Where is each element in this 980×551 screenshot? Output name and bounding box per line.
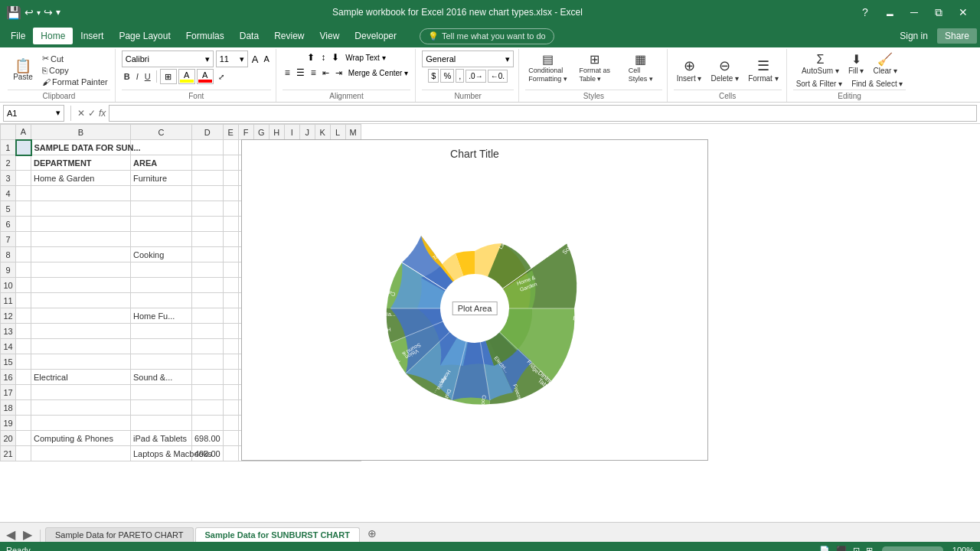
cell-17-A[interactable]	[16, 385, 31, 400]
col-header-A[interactable]: A	[16, 125, 31, 140]
align-bottom-button[interactable]: ⬇	[329, 51, 341, 64]
menu-formulas[interactable]: Formulas	[178, 28, 232, 44]
cell-2-D[interactable]	[192, 155, 224, 171]
font-color-button[interactable]: A	[197, 69, 214, 84]
cell-19-B[interactable]	[31, 416, 131, 431]
col-header-F[interactable]: F	[238, 125, 253, 140]
col-header-K[interactable]: K	[315, 125, 330, 140]
cell-18-E[interactable]	[223, 400, 238, 416]
page-layout-icon[interactable]: ⊡	[853, 546, 860, 552]
indent-increase-button[interactable]: ⇥	[333, 67, 345, 80]
cell-18-B[interactable]	[31, 400, 131, 416]
cell-20-A[interactable]	[16, 431, 31, 446]
menu-developer[interactable]: Developer	[347, 28, 404, 44]
cell-1-E[interactable]	[223, 140, 238, 155]
cell-21-A[interactable]	[16, 446, 31, 461]
cell-6-B[interactable]	[31, 217, 131, 232]
cell-4-E[interactable]	[223, 186, 238, 201]
page-setup-icon[interactable]: 📄	[819, 546, 830, 552]
cell-13-A[interactable]	[16, 324, 31, 339]
row-header[interactable]: 6	[1, 217, 16, 232]
cell-12-A[interactable]	[16, 308, 31, 324]
cell-8-D[interactable]	[192, 247, 224, 262]
insert-function-icon[interactable]: fx	[99, 108, 106, 119]
row-header[interactable]: 1	[1, 140, 16, 155]
cell-13-D[interactable]	[192, 324, 224, 339]
row-header[interactable]: 15	[1, 354, 16, 370]
cell-5-E[interactable]	[223, 201, 238, 217]
cell-3-C[interactable]: Furniture	[131, 171, 192, 186]
insert-button[interactable]: ⊕ Insert ▾	[674, 56, 705, 84]
number-format-selector[interactable]: General ▾	[422, 51, 514, 67]
cell-21-D[interactable]: 493.00	[192, 446, 224, 461]
cell-11-D[interactable]	[192, 293, 224, 308]
cell-11-A[interactable]	[16, 293, 31, 308]
wrap-text-button[interactable]: Wrap Text ▾	[343, 52, 387, 64]
row-header[interactable]: 8	[1, 247, 16, 262]
sheet-tab-sunburst[interactable]: Sample Data for SUNBURST CHART	[195, 527, 360, 542]
cell-12-C[interactable]: Home Fu...	[131, 308, 192, 324]
cell-10-A[interactable]	[16, 278, 31, 293]
cell-8-A[interactable]	[16, 247, 31, 262]
col-header-H[interactable]: H	[269, 125, 284, 140]
indent-decrease-button[interactable]: ⇤	[320, 67, 332, 80]
chart-area[interactable]: Sofas and Beds Dining Tables Cookw... Gl…	[250, 165, 700, 452]
comma-button[interactable]: ,	[456, 69, 464, 83]
align-middle-button[interactable]: ↕	[318, 51, 328, 64]
cell-15-E[interactable]	[223, 354, 238, 370]
align-top-button[interactable]: ⬆	[305, 51, 317, 64]
cell-16-E[interactable]	[223, 370, 238, 385]
align-left-button[interactable]: ≡	[283, 66, 292, 80]
cell-6-E[interactable]	[223, 217, 238, 232]
row-header[interactable]: 9	[1, 262, 16, 278]
row-header[interactable]: 12	[1, 308, 16, 324]
cell-10-E[interactable]	[223, 278, 238, 293]
col-header-I[interactable]: I	[284, 125, 299, 140]
cell-13-E[interactable]	[223, 324, 238, 339]
fill-button[interactable]: ⬇ Fill ▾	[845, 51, 867, 77]
row-header[interactable]: 3	[1, 171, 16, 186]
tell-me-box[interactable]: 💡 Tell me what you want to do	[420, 28, 554, 44]
cell-1-D[interactable]	[192, 140, 224, 155]
col-header-J[interactable]: J	[299, 125, 315, 140]
quick-access-toolbar[interactable]: 💾 ↩ ▾ ↪ ▾	[6, 5, 60, 20]
col-header-G[interactable]: G	[253, 125, 269, 140]
cell-19-E[interactable]	[223, 416, 238, 431]
italic-button[interactable]: I	[134, 71, 141, 82]
font-expand-icon[interactable]: ⤢	[218, 73, 224, 81]
underline-button[interactable]: U	[142, 71, 153, 82]
cell-reference-box[interactable]: A1 ▾	[3, 105, 64, 122]
cell-11-B[interactable]	[31, 293, 131, 308]
cell-1-B[interactable]: SAMPLE DATA FOR SUN...	[31, 140, 131, 155]
cell-16-C[interactable]: Sound &...	[131, 370, 192, 385]
align-right-button[interactable]: ≡	[309, 66, 318, 80]
cell-20-B[interactable]: Computing & Phones	[31, 431, 131, 446]
cell-19-A[interactable]	[16, 416, 31, 431]
cell-6-A[interactable]	[16, 217, 31, 232]
cell-5-D[interactable]	[192, 201, 224, 217]
cell-14-C[interactable]	[131, 339, 192, 354]
bold-button[interactable]: B	[122, 71, 132, 82]
merge-center-button[interactable]: Merge & Center ▾	[346, 67, 410, 79]
ribbon-collapse-button[interactable]: 🗕	[879, 2, 900, 23]
cell-15-B[interactable]	[31, 354, 131, 370]
increase-decimal-button[interactable]: .0→	[466, 70, 485, 83]
redo-icon[interactable]: ↪	[44, 6, 53, 18]
cell-14-D[interactable]	[192, 339, 224, 354]
cell-13-C[interactable]	[131, 324, 192, 339]
cell-17-C[interactable]	[131, 385, 192, 400]
conditional-formatting-button[interactable]: ▤ ConditionalFormatting ▾	[525, 51, 570, 85]
format-painter-button[interactable]: 🖌 Format Painter	[40, 77, 110, 87]
undo-arrow[interactable]: ▾	[37, 8, 41, 17]
menu-data[interactable]: Data	[232, 28, 266, 44]
add-sheet-button[interactable]: ⊕	[361, 525, 383, 542]
row-header[interactable]: 18	[1, 400, 16, 416]
cell-2-A[interactable]	[16, 155, 31, 171]
cell-14-B[interactable]	[31, 339, 131, 354]
chart-overlay[interactable]: Chart Title	[241, 139, 708, 461]
menu-page-layout[interactable]: Page Layout	[111, 28, 178, 44]
cell-17-E[interactable]	[223, 385, 238, 400]
decrease-decimal-button[interactable]: ←0.	[488, 70, 508, 83]
cell-16-D[interactable]	[192, 370, 224, 385]
cell-12-B[interactable]	[31, 308, 131, 324]
